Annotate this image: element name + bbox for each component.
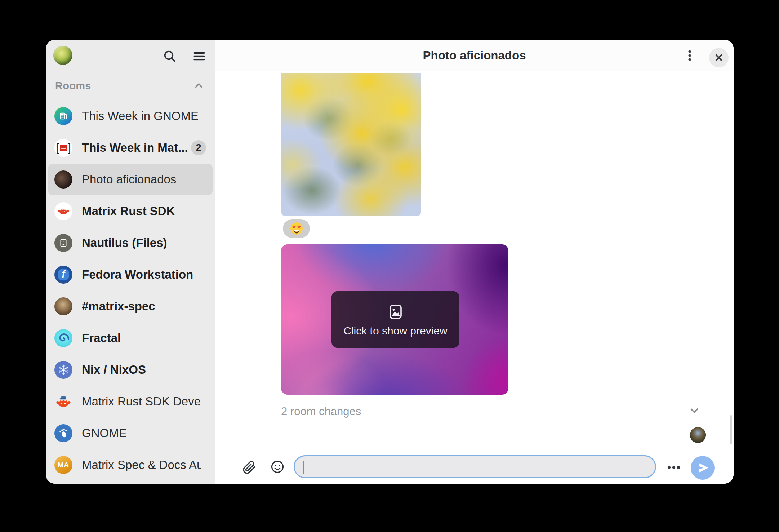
ferris-builder-icon (54, 393, 72, 411)
sidebar-item-nautilus[interactable]: Nautilus (Files) (48, 227, 213, 259)
sidebar-item-this-week-in-gnome[interactable]: This Week in GNOME (48, 100, 213, 132)
room-name: GNOME (82, 417, 127, 449)
twim-logo-icon: [] (54, 139, 72, 157)
show-preview-label: Click to show preview (343, 325, 447, 337)
room-name: This Week in Mat... (82, 132, 188, 164)
blurred-media-preview[interactable]: Click to show preview (281, 244, 508, 395)
room-menu-button[interactable] (682, 48, 698, 63)
scrollbar-thumb[interactable] (730, 415, 732, 444)
unread-count-badge: 2 (191, 140, 206, 155)
fedora-f-glyph: f (58, 269, 69, 280)
desktop-background: { "window": { "title": "Photo aficionado… (0, 0, 779, 532)
search-icon (163, 49, 177, 63)
ellipsis-icon (665, 460, 682, 475)
chevron-up-icon[interactable] (192, 79, 205, 92)
twim-red-square (60, 145, 67, 151)
main-menu-button[interactable] (191, 49, 208, 63)
gnome-foot-icon (54, 424, 72, 442)
show-preview-button[interactable]: Click to show preview (331, 291, 459, 348)
sidebar: Rooms This Week in GNOME (46, 40, 215, 484)
room-changes-summary: 2 room changes (281, 404, 361, 419)
camera-photo-avatar (54, 170, 72, 189)
sidebar-item-matrix-spec-docs[interactable]: MA Matrix Spec & Docs Au... (48, 449, 213, 481)
close-window-button[interactable] (709, 48, 729, 67)
sidebar-item-photo-aficionados[interactable]: Photo aficionados (48, 164, 213, 195)
reaction-pill[interactable] (283, 219, 310, 238)
sidebar-item-matrix-spec[interactable]: #matrix-spec (48, 291, 213, 322)
message-image-mimosa[interactable] (281, 73, 421, 216)
chat-main-area: Photo aficionados (215, 40, 734, 484)
star-struck-emoji (290, 222, 303, 235)
close-icon (711, 50, 727, 66)
sidebar-item-gnome[interactable]: GNOME (48, 417, 213, 449)
room-name: Nix / NixOS (82, 354, 146, 386)
image-placeholder-icon (386, 302, 405, 321)
room-name: Matrix Rust SDK (82, 195, 175, 227)
room-name: This Week in GNOME (82, 100, 199, 132)
person-photo-avatar (54, 297, 72, 315)
fractal-app-window: Rooms This Week in GNOME (46, 40, 734, 484)
twig-newspaper-icon (54, 107, 72, 125)
room-name: Nautilus (Files) (82, 227, 167, 259)
nix-snowflake-icon (54, 361, 72, 379)
text-caret (303, 461, 304, 474)
sidebar-header (46, 40, 215, 71)
room-name: Fractal (82, 322, 121, 354)
page-title: Photo aficionados (215, 40, 734, 71)
rooms-section-label: Rooms (55, 80, 91, 92)
fedora-logo-icon: f (54, 266, 72, 284)
send-message-button[interactable] (691, 456, 715, 480)
smiley-emoji-icon (270, 460, 285, 474)
room-name: Matrix Spec & Docs Au... (82, 449, 201, 481)
read-receipt-avatar[interactable] (690, 427, 706, 443)
room-name: Photo aficionados (82, 164, 176, 195)
fractal-spiral-icon (54, 329, 72, 347)
room-name: #matrix-spec (82, 291, 155, 322)
expand-room-changes-button[interactable] (686, 403, 702, 418)
twim-brackets: [] (56, 142, 71, 154)
chevron-down-icon (687, 404, 701, 417)
message-input[interactable] (294, 455, 656, 478)
file-cabinet-icon (54, 234, 72, 252)
send-icon (694, 459, 712, 477)
room-header: Photo aficionados (215, 40, 734, 71)
attach-file-button[interactable] (241, 460, 257, 475)
room-list: This Week in GNOME [] This Week in Mat..… (46, 100, 215, 481)
search-button[interactable] (162, 49, 178, 63)
sidebar-item-fedora-workstation[interactable]: f Fedora Workstation (48, 259, 213, 291)
ma-initials-icon: MA (54, 456, 72, 474)
room-name: Matrix Rust SDK Devel... (82, 386, 201, 417)
sidebar-item-matrix-rust-sdk-developers[interactable]: Matrix Rust SDK Devel... (48, 386, 213, 417)
sidebar-item-nix-nixos[interactable]: Nix / NixOS (48, 354, 213, 386)
insert-emoji-button[interactable] (270, 460, 285, 474)
sidebar-item-matrix-rust-sdk[interactable]: Matrix Rust SDK (48, 195, 213, 227)
more-options-button[interactable] (664, 460, 684, 475)
account-avatar[interactable] (53, 46, 72, 65)
ferris-crab-icon (54, 202, 72, 220)
hamburger-menu-icon (192, 49, 207, 63)
kebab-menu-icon (682, 48, 697, 63)
sidebar-item-fractal[interactable]: Fractal (48, 322, 213, 354)
paperclip-icon (242, 461, 256, 474)
rooms-section-header[interactable]: Rooms (46, 71, 215, 100)
room-name: Fedora Workstation (82, 259, 193, 291)
sidebar-item-this-week-in-matrix[interactable]: [] This Week in Mat... 2 (48, 132, 213, 164)
